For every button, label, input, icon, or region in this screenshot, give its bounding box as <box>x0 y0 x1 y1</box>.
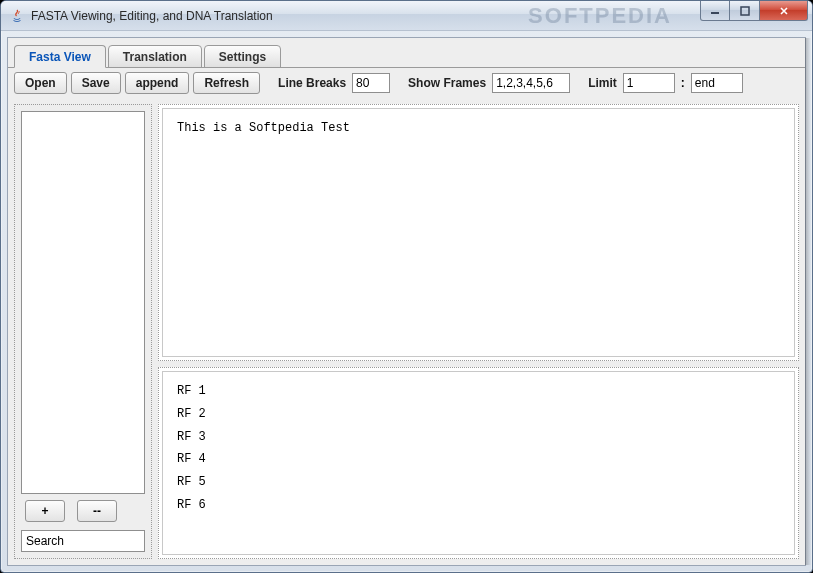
editor-content[interactable]: This is a Softpedia Test <box>162 108 795 357</box>
line-breaks-input[interactable] <box>352 73 390 93</box>
window-title: FASTA Viewing, Editing, and DNA Translat… <box>31 9 273 23</box>
line-breaks-label: Line Breaks <box>278 76 346 90</box>
titlebar[interactable]: FASTA Viewing, Editing, and DNA Translat… <box>1 1 812 31</box>
save-button[interactable]: Save <box>71 72 121 94</box>
tab-settings[interactable]: Settings <box>204 45 281 68</box>
right-panel: This is a Softpedia Test RF 1 RF 2 RF 3 … <box>158 104 799 559</box>
limit-from-input[interactable] <box>623 73 675 93</box>
show-frames-input[interactable] <box>492 73 570 93</box>
watermark: SOFTPEDIA <box>528 1 672 31</box>
app-window: FASTA Viewing, Editing, and DNA Translat… <box>0 0 813 573</box>
maximize-button[interactable] <box>730 1 760 21</box>
frames-content: RF 1 RF 2 RF 3 RF 4 RF 5 RF 6 <box>162 371 795 555</box>
tab-bar: Fasta View Translation Settings <box>8 38 805 67</box>
editor-pane[interactable]: This is a Softpedia Test <box>158 104 799 361</box>
append-button[interactable]: append <box>125 72 190 94</box>
limit-separator: : <box>681 76 685 90</box>
tab-translation[interactable]: Translation <box>108 45 202 68</box>
window-controls <box>700 1 808 21</box>
svg-rect-0 <box>711 12 719 14</box>
tab-fasta-view[interactable]: Fasta View <box>14 45 106 68</box>
left-panel: + -- <box>14 104 152 559</box>
add-button[interactable]: + <box>25 500 65 522</box>
refresh-button[interactable]: Refresh <box>193 72 260 94</box>
close-button[interactable] <box>760 1 808 21</box>
search-input[interactable] <box>21 530 145 552</box>
open-button[interactable]: Open <box>14 72 67 94</box>
show-frames-label: Show Frames <box>408 76 486 90</box>
add-remove-row: + -- <box>21 500 145 522</box>
limit-to-input[interactable] <box>691 73 743 93</box>
content-area: + -- This is a Softpedia Test RF 1 RF 2 … <box>8 98 805 565</box>
frames-pane[interactable]: RF 1 RF 2 RF 3 RF 4 RF 5 RF 6 <box>158 367 799 559</box>
minimize-button[interactable] <box>700 1 730 21</box>
limit-label: Limit <box>588 76 617 90</box>
java-icon <box>9 8 25 24</box>
remove-button[interactable]: -- <box>77 500 117 522</box>
toolbar: Open Save append Refresh Line Breaks Sho… <box>8 67 805 98</box>
client-area: Fasta View Translation Settings Open Sav… <box>7 37 806 566</box>
svg-rect-1 <box>741 7 749 15</box>
sequence-list[interactable] <box>21 111 145 494</box>
